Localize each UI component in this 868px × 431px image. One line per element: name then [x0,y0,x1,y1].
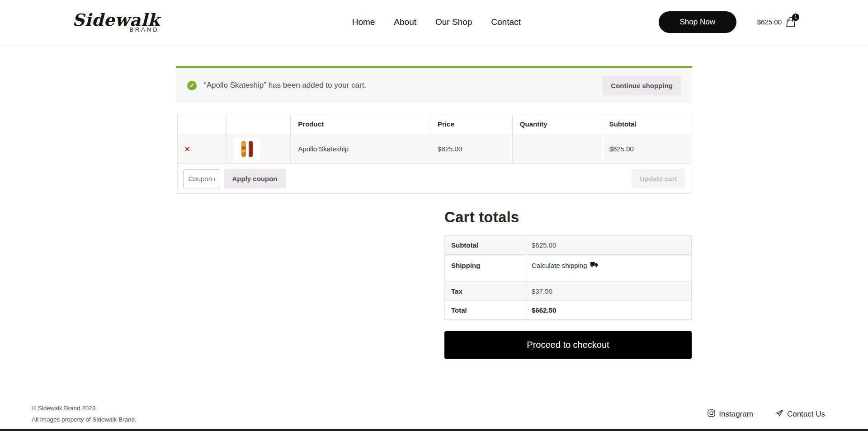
brand-logo[interactable]: Sidewalk BRAND [72,12,160,33]
header-cart-total: $625.00 [757,18,782,26]
added-to-cart-notice: ✓ “Apollo Skateship” has been added to y… [176,66,692,103]
total-label: Total [445,301,525,320]
site-footer: © Sidewalk Brand 2023 All images propert… [0,403,868,426]
contact-us-link[interactable]: Contact Us [776,409,825,419]
total-value: $662.50 [525,301,692,320]
coupon-code-input[interactable] [183,169,220,188]
header-right: Shop Now $625.00 1 [659,11,796,33]
col-thumbnail [227,114,291,134]
check-circle-icon: ✓ [187,81,197,90]
cart-totals-section: Cart totals Subtotal $625.00 Shipping Ca… [444,209,692,359]
cart-totals-title: Cart totals [444,209,692,226]
apply-coupon-button[interactable]: Apply coupon [224,169,286,188]
product-name-link[interactable]: Apollo Skateship [298,145,349,153]
subtotal-label: Subtotal [445,236,525,255]
cart-page: ✓ “Apollo Skateship” has been added to y… [176,66,692,359]
remove-item-button[interactable]: × [185,144,190,154]
bottom-accent-bar [0,429,868,431]
site-header: Sidewalk BRAND Home About Our Shop Conta… [0,0,868,44]
col-product: Product [291,114,430,134]
logo-script-text: Sidewalk [72,12,160,28]
footer-links: Instagram Contact Us [708,409,825,419]
item-quantity [512,134,602,164]
total-row: Total $662.50 [445,301,692,320]
tax-label: Tax [445,282,525,301]
instagram-label: Instagram [719,410,753,419]
header-cart[interactable]: $625.00 1 [757,17,796,28]
send-icon [776,409,783,419]
cart-items-table: Product Price Quantity Subtotal × [177,114,691,194]
update-cart-button[interactable]: Update cart [632,169,685,188]
instagram-link[interactable]: Instagram [708,409,753,419]
nav-item-about[interactable]: About [394,17,416,27]
notice-message: “Apollo Skateship” has been added to you… [204,81,366,90]
cart-count-badge: 1 [792,14,799,21]
footer-legal: © Sidewalk Brand 2023 All images propert… [32,403,137,426]
shipping-row: Shipping Calculate shipping [445,255,692,282]
col-subtotal: Subtotal [602,114,691,134]
calculate-shipping-text: Calculate shipping [532,262,587,269]
cart-item-row: × [177,134,691,164]
footer-copyright: © Sidewalk Brand 2023 [32,403,137,414]
tax-row: Tax $37.50 [445,282,692,301]
col-remove [177,114,227,134]
proceed-to-checkout-button[interactable]: Proceed to checkout [444,331,692,359]
continue-shopping-button[interactable]: Continue shopping [603,76,681,95]
shipping-label: Shipping [445,255,525,282]
instagram-icon [708,409,715,419]
cart-table-header-row: Product Price Quantity Subtotal [177,114,691,134]
product-thumbnail[interactable] [234,138,260,160]
subtotal-row: Subtotal $625.00 [445,236,692,255]
cart-totals-table: Subtotal $625.00 Shipping Calculate ship… [444,235,692,320]
coupon-bar: Apply coupon Update cart [183,169,685,188]
col-price: Price [430,114,512,134]
nav-item-home[interactable]: Home [352,17,375,27]
col-quantity: Quantity [512,114,602,134]
shopping-bag-icon: 1 [786,17,796,28]
footer-disclaimer: All images property of Sidewalk Brand. [32,414,137,426]
subtotal-value: $625.00 [525,236,692,255]
calculate-shipping-link[interactable]: Calculate shipping [532,262,598,269]
nav-item-contact[interactable]: Contact [491,17,520,27]
truck-icon [590,262,598,269]
item-price: $625.00 [430,134,512,164]
item-subtotal: $625.00 [602,134,691,164]
tax-value: $37.50 [525,282,692,301]
nav-item-our-shop[interactable]: Our Shop [435,17,472,27]
main-nav: Home About Our Shop Contact [352,17,521,27]
shop-now-button[interactable]: Shop Now [659,11,736,33]
contact-us-label: Contact Us [787,410,825,419]
